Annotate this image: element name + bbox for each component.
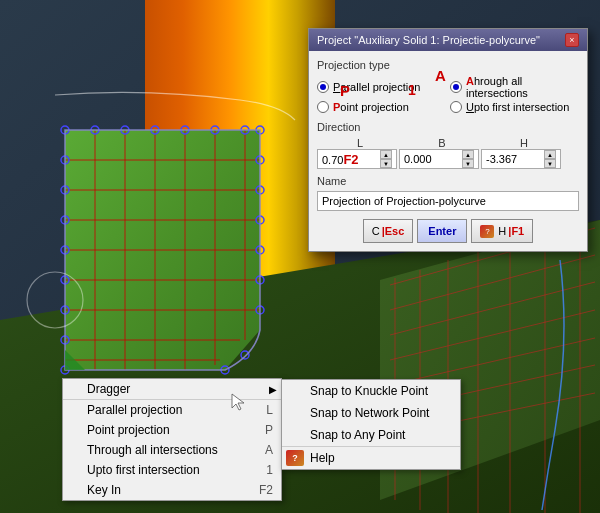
radio-point-circle bbox=[317, 101, 329, 113]
projection-type-group: Parallel projection Ahrough all intersec… bbox=[317, 75, 579, 113]
radio-through-all-label: Ahrough all intersections bbox=[466, 75, 579, 99]
dialog-titlebar: Project "Auxiliary Solid 1: Projectie-po… bbox=[309, 29, 587, 51]
svg-rect-2 bbox=[145, 0, 335, 400]
svg-point-58 bbox=[241, 351, 249, 359]
keyin-shortcut: F2 bbox=[259, 483, 273, 497]
upto-first-shortcut: 1 bbox=[266, 463, 273, 477]
help-button[interactable]: ? H|F1 bbox=[471, 219, 533, 243]
radio-through-all[interactable]: Ahrough all intersections bbox=[450, 75, 579, 99]
svg-point-42 bbox=[256, 126, 264, 134]
submenu-item-snap-network[interactable]: Snap to Network Point bbox=[282, 402, 460, 424]
snap-any-label: Snap to Any Point bbox=[310, 428, 405, 442]
submenu-item-help[interactable]: ? Help bbox=[282, 446, 460, 469]
radio-point[interactable]: Point projection bbox=[317, 101, 446, 113]
name-input[interactable] bbox=[317, 191, 579, 211]
svg-point-1 bbox=[145, 0, 335, 8]
menu-item-through-all-label: Through all intersections bbox=[87, 443, 218, 457]
point-shortcut: P bbox=[265, 423, 273, 437]
f1-key-label: |F1 bbox=[508, 225, 524, 237]
menu-item-point[interactable]: Point projection P bbox=[63, 420, 281, 440]
dir-spinner-l[interactable]: ▲ ▼ bbox=[380, 150, 392, 168]
spin-down-b[interactable]: ▼ bbox=[462, 159, 474, 168]
dir-input-l[interactable]: 0.70F2 ▲ ▼ bbox=[317, 149, 397, 169]
svg-point-44 bbox=[61, 186, 69, 194]
spin-down-l[interactable]: ▼ bbox=[380, 159, 392, 168]
submenu-item-snap-any[interactable]: Snap to Any Point bbox=[282, 424, 460, 446]
submenu: Snap to Knuckle Point Snap to Network Po… bbox=[281, 379, 461, 470]
dir-input-h[interactable]: -3.367 ▲ ▼ bbox=[481, 149, 561, 169]
svg-line-8 bbox=[390, 282, 595, 335]
svg-marker-20 bbox=[65, 130, 260, 370]
radio-through-all-circle bbox=[450, 81, 462, 93]
spin-up-b[interactable]: ▲ bbox=[462, 150, 474, 159]
svg-point-36 bbox=[91, 126, 99, 134]
svg-point-38 bbox=[151, 126, 159, 134]
dir-header-l: L bbox=[319, 137, 401, 149]
svg-point-57 bbox=[221, 366, 229, 374]
menu-item-parallel-label: Parallel projection bbox=[87, 403, 182, 417]
svg-point-37 bbox=[121, 126, 129, 134]
dir-value-h: -3.367 bbox=[486, 153, 517, 165]
dir-spinner-h[interactable]: ▲ ▼ bbox=[544, 150, 556, 168]
svg-point-35 bbox=[61, 126, 69, 134]
esc-key-label: |Esc bbox=[382, 225, 405, 237]
menu-item-upto-first[interactable]: Upto first intersection 1 bbox=[63, 460, 281, 480]
projection-type-label: Projection type bbox=[317, 59, 579, 71]
svg-point-51 bbox=[256, 156, 264, 164]
svg-point-47 bbox=[61, 276, 69, 284]
svg-line-9 bbox=[390, 310, 595, 360]
through-all-shortcut: A bbox=[265, 443, 273, 457]
svg-point-52 bbox=[256, 186, 264, 194]
submenu-item-snap-knuckle[interactable]: Snap to Knuckle Point bbox=[282, 380, 460, 402]
submenu-arrow-icon: ▶ bbox=[269, 384, 277, 395]
direction-inputs: 0.70F2 ▲ ▼ 0.000 ▲ ▼ -3.367 ▲ bbox=[317, 149, 579, 169]
menu-item-through-all[interactable]: Through all intersections A bbox=[63, 440, 281, 460]
dir-input-b[interactable]: 0.000 ▲ ▼ bbox=[399, 149, 479, 169]
snap-knuckle-label: Snap to Knuckle Point bbox=[310, 384, 428, 398]
dir-value-b: 0.000 bbox=[404, 153, 432, 165]
spin-up-l[interactable]: ▲ bbox=[380, 150, 392, 159]
svg-marker-59 bbox=[65, 350, 85, 370]
dialog-body: Projection type Parallel projection Ahro… bbox=[309, 51, 587, 251]
cancel-button[interactable]: C|Esc bbox=[363, 219, 414, 243]
direction-headers: L B H bbox=[319, 137, 579, 149]
radio-point-label: Point projection bbox=[333, 101, 409, 113]
radio-upto-first-circle bbox=[450, 101, 462, 113]
svg-point-50 bbox=[61, 366, 69, 374]
svg-point-39 bbox=[181, 126, 189, 134]
spin-up-h[interactable]: ▲ bbox=[544, 150, 556, 159]
dir-header-b: B bbox=[401, 137, 483, 149]
svg-line-10 bbox=[390, 338, 595, 385]
menu-item-parallel[interactable]: Parallel projection L bbox=[63, 400, 281, 420]
dialog-buttons: C|Esc Enter ? H|F1 bbox=[317, 219, 579, 243]
radio-parallel-circle bbox=[317, 81, 329, 93]
snap-network-label: Snap to Network Point bbox=[310, 406, 429, 420]
help-label: Help bbox=[310, 451, 335, 465]
svg-point-45 bbox=[61, 216, 69, 224]
svg-point-48 bbox=[61, 306, 69, 314]
svg-point-54 bbox=[256, 246, 264, 254]
dir-value-l: 0.70F2 bbox=[322, 152, 359, 167]
menu-item-keyin[interactable]: Key In F2 bbox=[63, 480, 281, 500]
ok-button[interactable]: Enter bbox=[417, 219, 467, 243]
spin-down-h[interactable]: ▼ bbox=[544, 159, 556, 168]
direction-label: Direction bbox=[317, 121, 579, 133]
svg-point-55 bbox=[256, 276, 264, 284]
menu-item-keyin-label: Key In bbox=[87, 483, 121, 497]
radio-upto-first-label: Upto first intersection bbox=[466, 101, 569, 113]
menu-item-point-label: Point projection bbox=[87, 423, 170, 437]
svg-point-49 bbox=[61, 336, 69, 344]
menu-item-dragger[interactable]: Dragger ▶ Snap to Knuckle Point Snap to … bbox=[63, 379, 281, 400]
svg-point-46 bbox=[61, 246, 69, 254]
name-section: Name bbox=[317, 175, 579, 211]
direction-section: Direction L B H 0.70F2 ▲ ▼ 0.000 ▲ bbox=[317, 121, 579, 169]
svg-point-41 bbox=[241, 126, 249, 134]
radio-upto-first[interactable]: Upto first intersection bbox=[450, 101, 579, 113]
svg-point-40 bbox=[211, 126, 219, 134]
radio-parallel[interactable]: Parallel projection bbox=[317, 75, 446, 99]
svg-point-53 bbox=[256, 216, 264, 224]
dir-spinner-b[interactable]: ▲ ▼ bbox=[462, 150, 474, 168]
dialog-title-text: Project "Auxiliary Solid 1: Projectie-po… bbox=[317, 34, 540, 46]
dialog-close-button[interactable]: × bbox=[565, 33, 579, 47]
menu-item-dragger-label: Dragger bbox=[87, 382, 130, 396]
